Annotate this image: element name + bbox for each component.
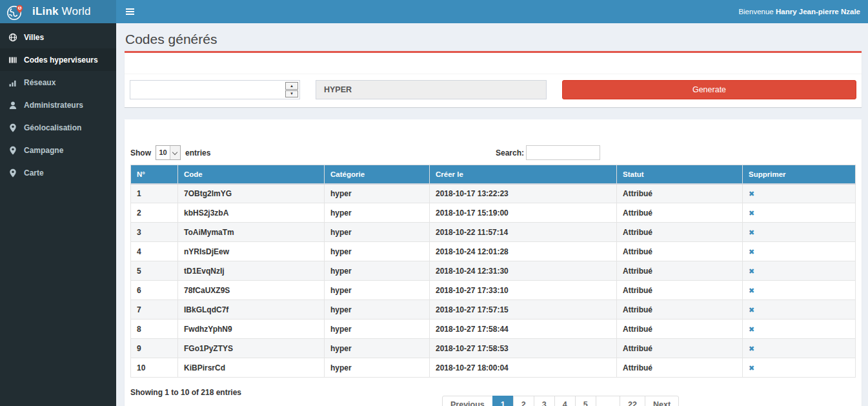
category-input-disabled: HYPER [316, 80, 547, 99]
cell-created: 2018-10-22 11:57:14 [430, 223, 617, 242]
topbar: Bienvenue Hanry Jean-pierre Nzale [116, 0, 868, 23]
quantity-spinner[interactable]: ▲ ▼ [285, 82, 298, 97]
sidebar-item-campagne[interactable]: Campagne [0, 139, 116, 161]
sidebar-item-villes[interactable]: Villes [0, 26, 116, 48]
content-area: Codes générés ▲ ▼ HYPER Generate Show [116, 23, 868, 406]
pagination-button-item[interactable]: … [596, 396, 621, 406]
delete-code-icon[interactable]: ✖ [749, 345, 754, 352]
pagination-button-1[interactable]: 1 [492, 396, 514, 406]
cell-num: 3 [131, 223, 178, 242]
user-name[interactable]: Hanry Jean-pierre Nzale [776, 8, 860, 15]
table-row: 678fCaUXZ9Shyper2018-10-27 17:33:10Attri… [131, 281, 856, 300]
svg-text:$: $ [19, 6, 21, 10]
cell-num: 4 [131, 242, 178, 261]
table-controls: Show 10 entries Search: [130, 145, 856, 160]
cell-code: tD1EvqNzIj [178, 261, 325, 281]
cell-category: hyper [325, 358, 430, 378]
cell-code: FGo1PyZTYS [178, 339, 325, 358]
delete-code-icon[interactable]: ✖ [749, 267, 754, 275]
cell-delete: ✖ [743, 320, 856, 339]
table-row: 2kbHS2j3zbAhyper2018-10-17 15:19:00Attri… [131, 203, 856, 223]
spinner-down-icon[interactable]: ▼ [285, 90, 298, 98]
column-header-code[interactable]: Code [178, 165, 325, 184]
delete-code-icon[interactable]: ✖ [749, 364, 754, 372]
table-row: 17OBtg2lmYGhyper2018-10-17 13:22:23Attri… [131, 184, 856, 203]
pagination-button-4[interactable]: 4 [554, 396, 576, 406]
cell-created: 2018-10-24 12:31:30 [430, 261, 617, 281]
cell-delete: ✖ [743, 339, 856, 358]
quantity-field[interactable] [130, 81, 299, 99]
quantity-input[interactable]: ▲ ▼ [130, 80, 300, 99]
cell-code: ToAiMymaTm [178, 223, 325, 242]
sidebar-nav: VillesCodes hyperviseursRéseauxAdministr… [0, 23, 116, 406]
cell-status: Attribué [617, 184, 743, 203]
sidebar-item-administrateurs[interactable]: Administrateurs [0, 94, 116, 116]
pagination-button-5[interactable]: 5 [575, 396, 596, 406]
column-header-creer-le[interactable]: Créer le [430, 165, 617, 184]
cell-status: Attribué [617, 281, 743, 300]
table-footer: Showing 1 to 10 of 218 entries Previous1… [130, 378, 856, 406]
page-length-value: 10 [156, 146, 170, 159]
pagination-button-3[interactable]: 3 [534, 396, 555, 406]
cell-num: 8 [131, 320, 178, 339]
search-input[interactable] [526, 145, 600, 160]
globe-pin-logo-icon: $ [6, 3, 25, 21]
pagination-button-2[interactable]: 2 [513, 396, 534, 406]
delete-code-icon[interactable]: ✖ [749, 228, 754, 236]
spinner-up-icon[interactable]: ▲ [285, 82, 298, 90]
delete-code-icon[interactable]: ✖ [749, 190, 754, 198]
cell-status: Attribué [617, 358, 743, 378]
delete-code-icon[interactable]: ✖ [749, 325, 754, 333]
cell-code: 7OBtg2lmYG [178, 184, 325, 203]
sidebar-item-codes-hyperviseurs[interactable]: Codes hyperviseurs [0, 48, 116, 71]
sidebar-item-label: Campagne [24, 146, 63, 155]
table-row: 7IBkGLqdC7fhyper2018-10-27 17:57:15Attri… [131, 300, 856, 320]
column-header-n[interactable]: N° [131, 165, 178, 184]
brand-title-bold: iLink [32, 5, 59, 17]
barcode-icon [8, 56, 17, 65]
user-icon [8, 101, 17, 110]
cell-status: Attribué [617, 339, 743, 358]
generate-button[interactable]: Generate [562, 80, 856, 99]
app-window: $ iLink World Bienvenue Hanry Jean-pierr… [0, 0, 868, 406]
cell-delete: ✖ [743, 242, 856, 261]
map-marker-icon [8, 146, 17, 155]
column-header-supprimer[interactable]: Supprimer [743, 165, 856, 184]
cell-created: 2018-10-27 17:33:10 [430, 281, 617, 300]
brand-logo[interactable]: $ iLink World [0, 0, 116, 23]
pagination-button-next[interactable]: Next [645, 396, 679, 406]
cell-status: Attribué [617, 261, 743, 281]
column-header-categorie[interactable]: Catégorie [325, 165, 430, 184]
signal-bars-icon [8, 78, 17, 87]
sidebar-item-carte[interactable]: Carte [0, 161, 116, 184]
delete-code-icon[interactable]: ✖ [749, 248, 754, 256]
codes-table-panel: Show 10 entries Search: N°CodeCatégorieC… [125, 119, 862, 406]
cell-created: 2018-10-17 15:19:00 [430, 203, 617, 223]
cell-num: 6 [131, 281, 178, 300]
cell-code: nYRIsDjEew [178, 242, 325, 261]
delete-code-icon[interactable]: ✖ [749, 287, 754, 294]
sidebar-item-geolocalisation[interactable]: Géolocalisation [0, 116, 116, 139]
delete-code-icon[interactable]: ✖ [749, 306, 754, 314]
cell-category: hyper [325, 184, 430, 203]
cell-created: 2018-10-27 18:00:04 [430, 358, 617, 378]
welcome-prefix: Bienvenue [738, 8, 773, 15]
cell-created: 2018-10-27 17:57:15 [430, 300, 617, 320]
cell-num: 5 [131, 261, 178, 281]
pagination-button-22[interactable]: 22 [620, 396, 645, 406]
cell-created: 2018-10-17 13:22:23 [430, 184, 617, 203]
table-row: 4nYRIsDjEewhyper2018-10-24 12:01:28Attri… [131, 242, 856, 261]
sidebar-item-label: Réseaux [24, 78, 56, 87]
cell-category: hyper [325, 300, 430, 320]
page-length-select[interactable]: 10 [156, 145, 181, 160]
table-header-row: N°CodeCatégorieCréer leStatutSupprimer [131, 165, 856, 184]
cell-delete: ✖ [743, 300, 856, 320]
sidebar-toggle-button[interactable] [116, 8, 144, 15]
search-control: Search: [496, 145, 600, 160]
pagination-button-previous[interactable]: Previous [442, 396, 493, 406]
cell-code: kbHS2j3zbA [178, 203, 325, 223]
sidebar-item-reseaux[interactable]: Réseaux [0, 71, 116, 94]
column-header-statut[interactable]: Statut [617, 165, 743, 184]
cell-created: 2018-10-27 17:58:44 [430, 320, 617, 339]
delete-code-icon[interactable]: ✖ [749, 209, 754, 217]
